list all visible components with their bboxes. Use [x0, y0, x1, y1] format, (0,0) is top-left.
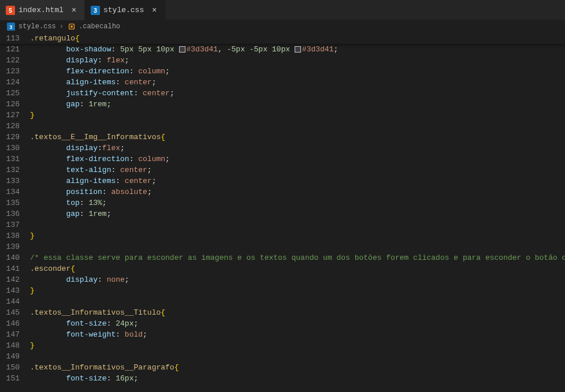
code-line[interactable]: 129.textos__E__Img__Informativos{	[0, 132, 565, 143]
code-content: position: absolute;	[30, 186, 565, 197]
code-line[interactable]: 136 gap: 1rem;	[0, 208, 565, 219]
code-line[interactable]: 141.esconder{	[0, 263, 565, 274]
code-line[interactable]: 135 top: 13%;	[0, 197, 565, 208]
line-number: 145	[0, 307, 30, 318]
code-line[interactable]: 145.textos__Informativos__Titulo{	[0, 307, 565, 318]
code-line[interactable]: 123 flex-direction: column;	[0, 66, 565, 77]
code-line[interactable]: 137	[0, 219, 565, 230]
code-content: align-items: center;	[30, 77, 565, 88]
code-line[interactable]: 149	[0, 351, 565, 362]
code-content: .textos__Informativos__Titulo{	[30, 307, 565, 318]
code-line[interactable]: 124 align-items: center;	[0, 77, 565, 88]
line-number: 126	[0, 99, 30, 110]
code-line[interactable]: 133 align-items: center;	[0, 176, 565, 186]
line-number: 146	[0, 318, 30, 329]
line-number: 136	[0, 208, 30, 219]
code-line[interactable]: 139	[0, 241, 565, 252]
code-line[interactable]: 151 font-size: 16px;	[0, 373, 565, 384]
code-content: }	[30, 285, 565, 296]
code-line[interactable]: 122 display: flex;	[0, 55, 565, 66]
tab-label: style.css	[103, 6, 144, 14]
tab-style-css[interactable]: 3 style.css ×	[85, 0, 165, 20]
code-content: }	[30, 340, 565, 351]
code-line[interactable]: 125 justify-content: center;	[0, 88, 565, 99]
code-line[interactable]: 148}	[0, 340, 565, 351]
close-icon[interactable]: ×	[69, 6, 79, 15]
code-line[interactable]: 142 display: none;	[0, 274, 565, 285]
code-content: .textos__Informativos__Paragrafo{	[30, 362, 565, 373]
line-number: 137	[0, 219, 30, 230]
code-line[interactable]: 126 gap: 1rem;	[0, 99, 565, 110]
line-number: 124	[0, 77, 30, 88]
code-line[interactable]: 147 font-weight: bold;	[0, 329, 565, 340]
line-number: 138	[0, 230, 30, 241]
sticky-scroll-header[interactable]: 113 .retangulo{	[0, 33, 565, 44]
line-number: 132	[0, 165, 30, 176]
color-swatch-icon[interactable]	[179, 46, 185, 53]
line-number: 122	[0, 55, 30, 66]
line-number: 133	[0, 176, 30, 186]
color-swatch-icon[interactable]	[295, 46, 301, 53]
code-content: display: flex;	[30, 55, 565, 66]
code-line[interactable]: 150.textos__Informativos__Paragrafo{	[0, 362, 565, 373]
breadcrumb: 3 style.css › .cabecalho	[0, 20, 565, 33]
code-content	[30, 296, 565, 307]
code-content: gap: 1rem;	[30, 99, 565, 110]
code-content: .retangulo{	[30, 33, 80, 44]
code-content: display:flex;	[30, 143, 565, 154]
code-content: gap: 1rem;	[30, 208, 565, 219]
tab-label: index.html	[18, 6, 64, 14]
code-content: box-shadow: 5px 5px 10px #3d3d41, -5px -…	[30, 44, 565, 55]
code-line[interactable]: 131 flex-direction: column;	[0, 154, 565, 165]
code-line[interactable]: 127}	[0, 110, 565, 121]
editor[interactable]: 113 .retangulo{ 121 box-shadow: 5px 5px …	[0, 33, 565, 392]
line-number: 134	[0, 186, 30, 197]
line-number: 144	[0, 296, 30, 307]
chevron-right-icon: ›	[60, 23, 64, 31]
code-content: font-size: 24px;	[30, 318, 565, 329]
close-icon[interactable]: ×	[150, 6, 159, 15]
code-content: display: none;	[30, 274, 565, 285]
svg-rect-7	[70, 25, 73, 28]
line-number: 125	[0, 88, 30, 99]
symbol-class-icon	[67, 22, 76, 31]
code-area[interactable]: 121 box-shadow: 5px 5px 10px #3d3d41, -5…	[0, 44, 565, 392]
code-line[interactable]: 134 position: absolute;	[0, 186, 565, 197]
line-number: 127	[0, 110, 30, 121]
line-number: 131	[0, 154, 30, 165]
line-number: 148	[0, 340, 30, 351]
code-content: align-items: center;	[30, 176, 565, 186]
code-line[interactable]: 138}	[0, 230, 565, 241]
line-number: 130	[0, 143, 30, 154]
code-content	[30, 241, 565, 252]
code-line[interactable]: 121 box-shadow: 5px 5px 10px #3d3d41, -5…	[0, 44, 565, 55]
tab-index-html[interactable]: 5 index.html ×	[0, 0, 85, 20]
code-line[interactable]: 143}	[0, 285, 565, 296]
code-content: }	[30, 110, 565, 121]
css-file-icon: 3	[7, 22, 16, 31]
code-content	[30, 219, 565, 230]
line-number: 143	[0, 285, 30, 296]
code-line[interactable]: 130 display:flex;	[0, 143, 565, 154]
code-line[interactable]: 140/* essa classe serve para esconder as…	[0, 252, 565, 263]
code-line[interactable]: 132 text-align: center;	[0, 165, 565, 176]
line-number: 142	[0, 274, 30, 285]
line-number: 147	[0, 329, 30, 340]
line-number: 141	[0, 263, 30, 274]
code-content	[30, 351, 565, 362]
code-content: flex-direction: column;	[30, 66, 565, 77]
breadcrumb-symbol[interactable]: .cabecalho	[79, 23, 120, 31]
tab-bar: 5 index.html × 3 style.css ×	[0, 0, 565, 20]
line-number: 128	[0, 121, 30, 132]
code-line[interactable]: 128	[0, 121, 565, 132]
svg-text:3: 3	[10, 24, 13, 30]
code-line[interactable]: 146 font-size: 24px;	[0, 318, 565, 329]
breadcrumb-file[interactable]: style.css	[18, 23, 56, 31]
line-number: 129	[0, 132, 30, 143]
code-line[interactable]: 144	[0, 296, 565, 307]
line-number: 150	[0, 362, 30, 373]
code-content	[30, 121, 565, 132]
code-content: flex-direction: column;	[30, 154, 565, 165]
line-number: 139	[0, 241, 30, 252]
svg-text:3: 3	[94, 8, 97, 14]
